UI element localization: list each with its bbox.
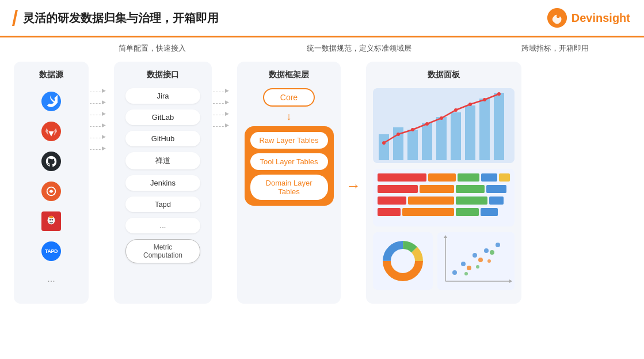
hbar-seg-orange-2 bbox=[420, 185, 454, 193]
hbar-row-4 bbox=[378, 208, 510, 216]
svg-point-19 bbox=[411, 128, 414, 131]
hbar-seg-orange-1 bbox=[428, 173, 455, 182]
svg-point-24 bbox=[483, 98, 486, 101]
hbar-seg-green-4 bbox=[456, 208, 479, 216]
jenkins-icon bbox=[41, 211, 61, 231]
hbar-seg-yellow-1 bbox=[499, 173, 510, 182]
hbar-seg-green-1 bbox=[458, 173, 479, 182]
main-content: 简单配置，快速接入 统一数据规范，定义标准领域层 跨域指标，开箱即用 数据源 bbox=[0, 37, 644, 309]
datasource-more: ... bbox=[47, 274, 55, 284]
svg-point-30 bbox=[393, 251, 413, 271]
big-arrow-container: → bbox=[341, 62, 366, 195]
donut-svg bbox=[380, 238, 426, 284]
header: 灵活的研发数据归集与治理，开箱即用 Devinsight bbox=[0, 0, 644, 37]
svg-point-41 bbox=[484, 248, 489, 253]
svg-point-22 bbox=[454, 108, 458, 112]
subtitle-1: 简单配置，快速接入 bbox=[83, 43, 221, 54]
svg-point-5 bbox=[51, 219, 53, 221]
chart-donut bbox=[373, 232, 433, 290]
hbar-seg-red-4 bbox=[378, 208, 401, 216]
svg-point-46 bbox=[487, 259, 491, 263]
svg-point-23 bbox=[468, 103, 472, 106]
hbar-seg-red-3 bbox=[378, 196, 406, 205]
svg-point-42 bbox=[490, 250, 494, 255]
layer-group: Raw Layer Tables Tool Layer Tables Domai… bbox=[245, 126, 334, 206]
svg-point-20 bbox=[425, 122, 429, 126]
dashboard-title: 数据面板 bbox=[373, 70, 515, 80]
interface-metric: Metric Computation bbox=[125, 239, 200, 263]
tool-layer: Tool Layer Tables bbox=[250, 153, 328, 170]
svg-rect-9 bbox=[393, 127, 403, 160]
interface-jira: Jira bbox=[125, 88, 200, 104]
logo-text: Devinsight bbox=[571, 12, 630, 25]
svg-point-6 bbox=[49, 216, 53, 218]
hbar-seg-blue-2 bbox=[486, 185, 506, 193]
conn2-4: ▶ bbox=[213, 126, 227, 127]
subtitle-3: 跨域指标，开箱即用 bbox=[486, 43, 624, 54]
interface-items: Jira GitLab GitHub 禅道 Jenkins Tapd ... M… bbox=[121, 88, 205, 263]
hbar-seg-blue-4 bbox=[481, 208, 498, 216]
framework-title: 数据框架层 bbox=[244, 70, 334, 80]
svg-rect-13 bbox=[451, 112, 461, 160]
hbar-seg-blue-3 bbox=[489, 196, 504, 205]
svg-point-25 bbox=[497, 92, 501, 96]
conn-4: ▶ bbox=[90, 126, 104, 127]
zentao-icon bbox=[41, 182, 61, 201]
panel-dashboard: 数据面板 bbox=[366, 62, 521, 304]
logo-icon bbox=[546, 7, 568, 29]
logo: Devinsight bbox=[546, 7, 630, 29]
domain-layer: Domain Layer Tables bbox=[250, 175, 328, 200]
conn-2: ▶ bbox=[90, 103, 104, 104]
framework-inner: Core ↓ Raw Layer Tables Tool Layer Table… bbox=[244, 88, 334, 206]
big-arrow-icon: → bbox=[346, 177, 361, 195]
svg-rect-16 bbox=[494, 93, 504, 160]
scatter-svg bbox=[437, 232, 515, 290]
header-left: 灵活的研发数据归集与治理，开箱即用 bbox=[14, 10, 219, 26]
core-box: Core bbox=[263, 88, 315, 107]
hbar-seg-orange-4 bbox=[402, 208, 454, 216]
svg-point-21 bbox=[440, 116, 443, 120]
chart-scatter bbox=[437, 232, 515, 290]
hbar-seg-blue-1 bbox=[481, 173, 497, 182]
svg-rect-11 bbox=[422, 123, 432, 160]
diagram: 数据源 bbox=[14, 62, 630, 304]
hbar-seg-green-2 bbox=[456, 185, 485, 193]
svg-point-4 bbox=[49, 219, 51, 221]
svg-point-44 bbox=[464, 272, 468, 275]
chart-line-bar bbox=[373, 88, 515, 163]
chart-bottom bbox=[373, 232, 515, 290]
svg-point-36 bbox=[452, 270, 457, 275]
chart-hbar bbox=[373, 169, 515, 226]
line-bar-svg bbox=[373, 88, 515, 163]
interface-github: GitHub bbox=[125, 131, 200, 146]
subtitles-row: 简单配置，快速接入 统一数据规范，定义标准领域层 跨域指标，开箱即用 bbox=[14, 43, 630, 54]
hbar-seg-red-2 bbox=[378, 185, 418, 193]
svg-rect-14 bbox=[465, 105, 475, 160]
conn-6: ▶ bbox=[90, 149, 104, 150]
connectors-2-3: ▶ ▶ ▶ ▶ bbox=[212, 62, 228, 127]
svg-point-37 bbox=[461, 262, 466, 266]
panel-datasource: 数据源 bbox=[14, 62, 89, 304]
svg-rect-15 bbox=[479, 99, 490, 160]
page-title: 灵活的研发数据归集与治理，开箱即用 bbox=[23, 10, 219, 26]
connectors-1-2: ▶ ▶ ▶ ▶ ▶ ▶ bbox=[89, 62, 105, 150]
hbar-row-2 bbox=[378, 185, 510, 193]
svg-point-45 bbox=[476, 265, 479, 269]
svg-rect-12 bbox=[436, 117, 447, 160]
interface-more: ... bbox=[125, 218, 200, 233]
svg-point-43 bbox=[496, 243, 500, 247]
hbar-seg-green-3 bbox=[456, 196, 487, 205]
conn-5: ▶ bbox=[90, 138, 104, 139]
jira-icon bbox=[41, 92, 61, 111]
arrow-down-icon: ↓ bbox=[287, 111, 292, 122]
svg-point-39 bbox=[472, 253, 477, 258]
subtitle-2: 统一数据规范，定义标准领域层 bbox=[290, 43, 428, 54]
interface-jenkins: Jenkins bbox=[125, 175, 200, 191]
panel-framework: 数据框架层 Core ↓ Raw Layer Tables Tool Layer… bbox=[237, 62, 341, 304]
conn-1: ▶ bbox=[90, 92, 104, 93]
svg-point-18 bbox=[397, 133, 400, 136]
interface-title: 数据接口 bbox=[121, 70, 205, 80]
hbar-seg-orange-3 bbox=[408, 196, 454, 205]
github-icon bbox=[41, 152, 61, 171]
svg-rect-8 bbox=[379, 134, 389, 160]
